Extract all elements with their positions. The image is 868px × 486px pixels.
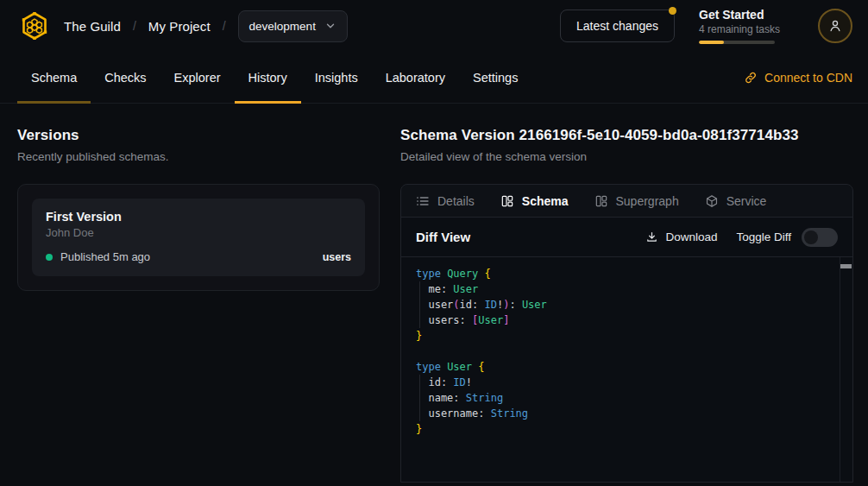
version-detail-title: Schema Version 2166196f-5e10-4059-bd0a-0… — [400, 127, 853, 144]
version-service-badge: users — [323, 251, 351, 263]
user-icon — [827, 18, 843, 34]
latest-changes-label: Latest changes — [576, 19, 658, 33]
schema-code-editor[interactable]: type Query { me: User user(id: ID!): Use… — [401, 257, 852, 482]
diff-view-title: Diff View — [416, 230, 470, 244]
version-status: Published 5m ago — [60, 250, 150, 263]
get-started-subtitle: 4 remaining tasks — [699, 23, 794, 35]
versions-card: First Version John Doe Published 5m ago … — [17, 184, 380, 291]
avatar[interactable] — [818, 9, 852, 43]
version-author: John Doe — [46, 226, 351, 239]
hive-logo[interactable] — [17, 9, 52, 43]
download-icon — [645, 230, 658, 243]
nav-tab-laboratory[interactable]: Laboratory — [372, 52, 459, 103]
notification-dot — [669, 7, 676, 15]
toggle-diff-switch[interactable] — [802, 228, 838, 247]
tab-service-label: Service — [726, 194, 767, 208]
versions-panel: Versions Recently published schemas. Fir… — [17, 104, 380, 483]
version-detail-card: Details Schema — [400, 184, 853, 483]
versions-subtitle: Recently published schemas. — [17, 150, 380, 163]
main-content: Versions Recently published schemas. Fir… — [0, 104, 868, 483]
version-detail-panel: Schema Version 2166196f-5e10-4059-bd0a-0… — [400, 104, 853, 483]
columns-icon — [594, 194, 608, 208]
nav-tab-explorer[interactable]: Explorer — [160, 52, 235, 103]
target-selector-value: development — [249, 20, 316, 33]
tab-details[interactable]: Details — [416, 194, 475, 208]
version-list-item[interactable]: First Version John Doe Published 5m ago … — [32, 199, 365, 276]
tab-supergraph-label: Supergraph — [616, 194, 679, 208]
latest-changes-button[interactable]: Latest changes — [560, 9, 675, 42]
nav-tabs: Schema Checks Explorer History Insights … — [17, 52, 531, 103]
nav-tab-insights[interactable]: Insights — [301, 52, 372, 103]
versions-title: Versions — [17, 127, 380, 144]
breadcrumb-project[interactable]: My Project — [148, 19, 211, 34]
link-icon — [744, 71, 758, 85]
version-detail-subtitle: Detailed view of the schema version — [400, 150, 853, 163]
diff-view-header: Diff View Download Toggle Diff — [401, 218, 852, 257]
header: The Guild / My Project / development Lat… — [0, 0, 868, 52]
connect-to-cdn-link[interactable]: Connect to CDN — [744, 52, 852, 103]
nav-tab-history[interactable]: History — [235, 52, 301, 103]
tab-supergraph[interactable]: Supergraph — [594, 194, 679, 208]
progress-fill — [699, 41, 724, 44]
hive-logo-icon — [19, 10, 50, 41]
graphql-schema-code: type Query { me: User user(id: ID!): Use… — [416, 266, 839, 437]
toggle-diff-knob — [804, 230, 818, 244]
toggle-diff-label: Toggle Diff — [736, 230, 791, 243]
nav-tab-checks[interactable]: Checks — [91, 52, 160, 103]
tab-schema-view[interactable]: Schema — [500, 194, 569, 208]
detail-tabs: Details Schema — [401, 185, 852, 218]
tab-details-label: Details — [437, 194, 475, 208]
app-root: The Guild / My Project / development Lat… — [0, 0, 868, 486]
scrollbar-thumb[interactable] — [840, 264, 852, 268]
breadcrumb-org[interactable]: The Guild — [64, 19, 121, 34]
get-started-widget[interactable]: Get Started 4 remaining tasks — [699, 8, 794, 44]
download-label: Download — [665, 230, 717, 243]
list-icon — [416, 194, 430, 208]
connect-to-cdn-label: Connect to CDN — [764, 71, 852, 85]
tab-schema-view-label: Schema — [522, 194, 569, 208]
get-started-title: Get Started — [699, 8, 794, 22]
version-name: First Version — [46, 210, 351, 224]
columns-icon — [500, 194, 514, 208]
main-nav: Schema Checks Explorer History Insights … — [0, 52, 868, 104]
nav-tab-schema[interactable]: Schema — [17, 52, 91, 103]
breadcrumb-separator: / — [223, 19, 226, 33]
published-status-dot — [46, 254, 53, 261]
nav-tab-settings[interactable]: Settings — [459, 52, 531, 103]
box-icon — [705, 194, 719, 208]
chevron-down-icon — [324, 20, 337, 32]
download-button[interactable]: Download — [645, 230, 717, 243]
target-selector[interactable]: development — [238, 10, 348, 42]
tab-service[interactable]: Service — [705, 194, 767, 208]
breadcrumb-separator: / — [133, 19, 136, 33]
get-started-progress-bar — [699, 41, 775, 44]
